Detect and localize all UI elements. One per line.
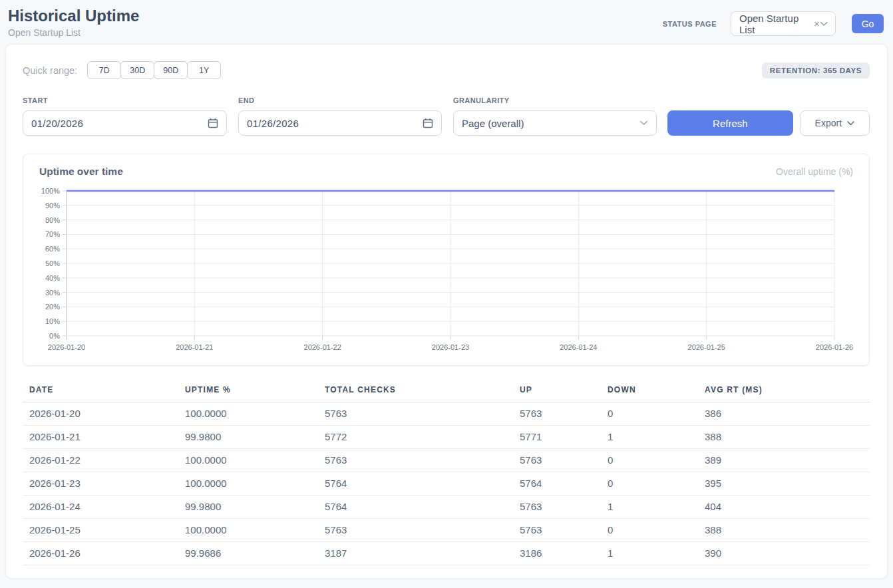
table-row: 2026-01-2199.9800577257711388 <box>23 426 870 449</box>
table-cell: 2026-01-26 <box>23 542 185 565</box>
table-cell: 100.0000 <box>185 449 325 472</box>
svg-text:2026-01-24: 2026-01-24 <box>560 343 597 351</box>
table-cell: 99.9800 <box>185 426 325 449</box>
column-header: UP <box>520 382 608 402</box>
column-header: TOTAL CHECKS <box>325 382 520 402</box>
uptime-chart-card: Uptime over time Overall uptime (%) 0%10… <box>23 154 870 366</box>
end-date-field: END 01/26/2026 <box>238 96 442 136</box>
table-cell: 0 <box>608 519 705 542</box>
table-cell: 1 <box>608 426 705 449</box>
end-date-label: END <box>238 96 442 104</box>
table-cell: 100.0000 <box>185 519 325 542</box>
go-button[interactable]: Go <box>852 14 884 33</box>
uptime-line-chart: 0%10%20%30%40%50%60%70%80%90%100%2026-01… <box>39 184 853 359</box>
table-cell: 100.0000 <box>185 402 325 426</box>
table-cell: 5771 <box>520 426 608 449</box>
svg-text:70%: 70% <box>45 230 60 238</box>
page-subtitle: Open Startup List <box>8 27 139 38</box>
svg-text:2026-01-22: 2026-01-22 <box>304 343 341 351</box>
quick-range-group: 7D30D90D1Y <box>87 61 221 79</box>
chevron-down-icon <box>639 120 648 126</box>
svg-text:0%: 0% <box>49 332 60 340</box>
table-cell: 5763 <box>520 519 608 542</box>
table-cell: 5764 <box>325 496 520 519</box>
svg-text:40%: 40% <box>45 274 60 282</box>
svg-text:80%: 80% <box>45 216 60 224</box>
table-cell: 5764 <box>520 472 608 496</box>
svg-text:50%: 50% <box>45 259 60 267</box>
svg-text:100%: 100% <box>41 187 60 195</box>
chart-legend: Overall uptime (%) <box>776 166 853 177</box>
table-row: 2026-01-20100.0000576357630386 <box>23 402 870 426</box>
page-header: Historical Uptime Open Startup List STAT… <box>0 0 893 38</box>
table-cell: 0 <box>608 402 705 426</box>
granularity-value: Page (overall) <box>462 118 524 129</box>
table-cell: 388 <box>705 426 870 449</box>
calendar-icon[interactable] <box>423 118 433 128</box>
clear-selection-icon[interactable]: × <box>814 18 820 29</box>
table-cell: 5763 <box>325 402 520 426</box>
start-date-field: START 01/20/2026 <box>23 96 227 136</box>
table-cell: 388 <box>705 519 870 542</box>
chevron-down-icon <box>847 121 854 126</box>
main-panel: Quick range: 7D30D90D1Y RETENTION: 365 D… <box>5 44 888 579</box>
status-page-selected-value: Open Startup List <box>739 13 813 35</box>
status-page-select[interactable]: Open Startup List × <box>731 11 836 36</box>
start-date-input[interactable]: 01/20/2026 <box>23 110 227 136</box>
svg-text:30%: 30% <box>45 289 60 297</box>
quick-range-row: Quick range: 7D30D90D1Y RETENTION: 365 D… <box>23 61 870 79</box>
quick-range-label: Quick range: <box>23 65 77 76</box>
quick-range-1y-button[interactable]: 1Y <box>187 61 221 79</box>
table-cell: 2026-01-23 <box>23 472 185 496</box>
table-cell: 3187 <box>325 542 520 565</box>
table-header: DATEUPTIME %TOTAL CHECKSUPDOWNAVG RT (MS… <box>23 382 870 402</box>
start-date-label: START <box>23 96 227 104</box>
quick-range-90d-button[interactable]: 90D <box>154 61 188 79</box>
svg-text:2026-01-21: 2026-01-21 <box>176 343 213 351</box>
refresh-button[interactable]: Refresh <box>667 110 793 136</box>
column-header: AVG RT (MS) <box>705 382 870 402</box>
svg-text:2026-01-25: 2026-01-25 <box>688 343 725 351</box>
quick-range-wrap: Quick range: 7D30D90D1Y <box>23 61 221 79</box>
table-row: 2026-01-25100.0000576357630388 <box>23 519 870 542</box>
table-cell: 0 <box>608 449 705 472</box>
table-cell: 5763 <box>520 402 608 426</box>
table-cell: 404 <box>705 496 870 519</box>
title-block: Historical Uptime Open Startup List <box>8 7 139 38</box>
svg-text:2026-01-26: 2026-01-26 <box>816 343 853 351</box>
end-date-input[interactable]: 01/26/2026 <box>238 110 442 136</box>
table-cell: 2026-01-24 <box>23 496 185 519</box>
page-title: Historical Uptime <box>8 7 139 25</box>
table-body: 2026-01-20100.00005763576303862026-01-21… <box>23 402 870 565</box>
svg-text:90%: 90% <box>45 202 60 210</box>
column-header: DATE <box>23 382 185 402</box>
table-cell: 389 <box>705 449 870 472</box>
granularity-select[interactable]: Page (overall) <box>453 110 657 136</box>
table-cell: 395 <box>705 472 870 496</box>
start-date-value: 01/20/2026 <box>31 118 83 129</box>
filter-row: START 01/20/2026 END 01/26/2026 <box>23 96 870 136</box>
chart-title: Uptime over time <box>39 166 123 178</box>
quick-range-30d-button[interactable]: 30D <box>120 61 154 79</box>
table-cell: 2026-01-20 <box>23 402 185 426</box>
export-button-label: Export <box>815 118 842 128</box>
export-button[interactable]: Export <box>800 110 870 136</box>
table-cell: 386 <box>705 402 870 426</box>
uptime-table: DATEUPTIME %TOTAL CHECKSUPDOWNAVG RT (MS… <box>23 382 870 565</box>
svg-text:20%: 20% <box>45 303 60 311</box>
chart-header: Uptime over time Overall uptime (%) <box>39 166 853 178</box>
table-cell: 99.9800 <box>185 496 325 519</box>
table-cell: 5763 <box>520 449 608 472</box>
table-cell: 5763 <box>325 519 520 542</box>
calendar-icon[interactable] <box>208 118 218 128</box>
quick-range-7d-button[interactable]: 7D <box>87 61 121 79</box>
table-cell: 5772 <box>325 426 520 449</box>
table-cell: 2026-01-21 <box>23 426 185 449</box>
end-date-value: 01/26/2026 <box>247 118 299 129</box>
column-header: DOWN <box>608 382 705 402</box>
table-cell: 2026-01-22 <box>23 449 185 472</box>
table-cell: 0 <box>608 472 705 496</box>
column-header: UPTIME % <box>185 382 325 402</box>
svg-text:2026-01-23: 2026-01-23 <box>432 343 469 351</box>
table-row: 2026-01-2699.9686318731861390 <box>23 542 870 565</box>
